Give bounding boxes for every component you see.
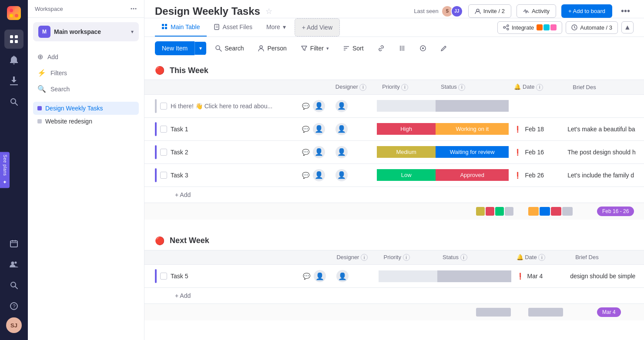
date-info-icon[interactable]: i <box>538 254 545 261</box>
task2-status-cell[interactable]: Waiting for review <box>436 140 509 163</box>
svg-point-31 <box>503 27 505 28</box>
next-week-add-row[interactable]: + Add <box>144 288 644 303</box>
task3-priority-cell[interactable]: Low <box>377 163 436 187</box>
task3-status-cell[interactable]: Approved <box>436 163 509 187</box>
tab-more[interactable]: More ▾ <box>259 18 293 37</box>
task2-priority-cell[interactable]: Medium <box>377 140 436 163</box>
task5-row[interactable]: Task 5 💬 👤 👤 <box>144 265 644 288</box>
task5-designer-cell: 👤 <box>331 265 378 288</box>
svg-point-32 <box>507 25 509 27</box>
help-icon-btn[interactable]: ? <box>4 297 23 316</box>
this-week-group: 🔴 This Week Designer i Priority <box>144 60 644 220</box>
new-item-main-button[interactable]: New Item <box>155 41 195 55</box>
calendar-icon-btn[interactable] <box>4 234 23 253</box>
task-name[interactable]: Task 3 <box>171 172 299 179</box>
board-item-website[interactable]: Website redesign <box>33 115 139 128</box>
nav-panel: Workspace M Main workspace ▾ ⊕ Add ⚡ Fil… <box>28 0 144 340</box>
search-icon-sidebar-btn[interactable] <box>4 92 23 111</box>
comment-icon[interactable]: 💬 <box>302 103 309 110</box>
comment-icon[interactable]: 💬 <box>302 172 309 179</box>
priority-info-icon[interactable]: i <box>403 254 410 261</box>
search-icon-btn2[interactable] <box>4 276 23 295</box>
task2-row[interactable]: Task 2 💬 👤 👤 Medium Waiting fo <box>144 140 644 163</box>
row-checkbox[interactable] <box>160 126 167 133</box>
row-checkbox[interactable] <box>160 149 167 156</box>
col-date: 🔔 Date i <box>511 250 570 265</box>
person-cell-icon[interactable]: 👤 <box>313 100 325 112</box>
designer-info-icon[interactable]: i <box>359 84 366 91</box>
task-name[interactable]: Task 5 <box>171 273 299 280</box>
task1-status-cell[interactable]: Working on it <box>436 117 509 140</box>
priority-info-icon[interactable]: i <box>401 84 408 91</box>
board-item-design-weekly[interactable]: Design Weekly Tasks <box>33 102 139 115</box>
designer-icon[interactable]: 👤 <box>335 169 348 181</box>
date-info-icon[interactable]: i <box>536 84 543 91</box>
svg-point-2 <box>10 14 13 17</box>
person-cell-icon[interactable]: 👤 <box>313 169 325 181</box>
designer-icon[interactable]: 👤 <box>335 100 348 112</box>
task1-priority-cell[interactable]: High <box>377 117 436 140</box>
integrate-button[interactable]: Integrate <box>497 21 562 34</box>
automate-button[interactable]: Automate / 3 <box>566 21 618 34</box>
board-title: Design Weekly Tasks <box>155 5 260 17</box>
search-action-item[interactable]: 🔍 Search <box>33 81 139 97</box>
designer-icon[interactable]: 👤 <box>336 270 349 282</box>
activity-button[interactable]: Activity <box>517 4 556 18</box>
task3-row[interactable]: Task 3 💬 👤 👤 Low Approved <box>144 163 644 187</box>
bell-icon-btn[interactable] <box>4 50 23 70</box>
filters-action-item[interactable]: ⚡ Filters <box>33 65 139 80</box>
app-logo[interactable] <box>6 5 22 21</box>
person-cell-icon[interactable]: 👤 <box>313 146 325 158</box>
designer-info-icon[interactable]: i <box>361 254 368 261</box>
task-name[interactable]: Task 1 <box>171 126 299 133</box>
edit-tool-icon <box>440 45 447 52</box>
columns-button[interactable] <box>393 42 411 55</box>
person-cell-icon[interactable]: 👤 <box>313 123 325 135</box>
person-button[interactable]: Person <box>252 42 292 55</box>
download-icon-btn[interactable] <box>4 71 23 90</box>
star-icon[interactable]: ☆ <box>265 7 272 16</box>
comment-icon[interactable]: 💬 <box>302 126 309 133</box>
user-avatar-sidebar[interactable]: SJ <box>6 317 22 333</box>
col-designer: Designer i <box>331 250 378 265</box>
filter-button[interactable]: Filter ▾ <box>295 42 334 55</box>
person-cell-icon[interactable]: 👤 <box>314 270 326 282</box>
view-options-button[interactable] <box>414 42 432 55</box>
collapse-button[interactable]: ▲ <box>621 21 634 33</box>
next-week-summary: Mar 4 <box>144 303 644 320</box>
svg-point-14 <box>11 262 14 265</box>
see-plans-tab[interactable]: See plans ✦ <box>0 152 10 188</box>
more-icon[interactable] <box>130 5 137 12</box>
people-icon-btn[interactable] <box>4 255 23 274</box>
task1-row[interactable]: Task 1 💬 👤 👤 High Working on i <box>144 117 644 140</box>
tab-main-table[interactable]: Main Table <box>155 18 207 37</box>
row-checkbox[interactable] <box>160 273 167 280</box>
welcome-row[interactable]: Hi there! 👋 Click here to read abou... 💬… <box>144 94 644 117</box>
status-info-icon[interactable]: i <box>460 254 467 261</box>
designer-icon[interactable]: 👤 <box>335 146 348 158</box>
edit-button[interactable] <box>435 42 453 55</box>
home-icon-btn[interactable] <box>4 30 23 49</box>
add-board-button[interactable]: + Add to board <box>561 4 612 18</box>
task-name[interactable]: Task 2 <box>171 149 299 156</box>
link-icon-button[interactable] <box>372 42 390 55</box>
add-action-item[interactable]: ⊕ Add <box>33 49 139 64</box>
status-info-icon[interactable]: i <box>458 84 465 91</box>
row-checkbox[interactable] <box>160 103 167 110</box>
date-value: Mar 4 <box>527 273 543 280</box>
invite-button[interactable]: Invite / 2 <box>468 4 511 18</box>
new-item-dropdown-button[interactable]: ▾ <box>195 42 206 55</box>
comment-icon[interactable]: 💬 <box>302 149 309 156</box>
search-button[interactable]: Search <box>210 42 249 55</box>
add-view-button[interactable]: + Add View <box>295 18 340 37</box>
task-name[interactable]: Hi there! 👋 Click here to read abou... <box>171 103 299 110</box>
priority-summary <box>474 207 527 216</box>
designer-icon[interactable]: 👤 <box>335 123 348 135</box>
tab-asset-files[interactable]: Asset Files <box>207 18 259 37</box>
workspace-selector[interactable]: M Main workspace ▾ <box>33 22 139 41</box>
sort-button[interactable]: Sort <box>338 42 369 55</box>
comment-icon[interactable]: 💬 <box>303 273 310 280</box>
row-checkbox[interactable] <box>160 172 167 179</box>
this-week-add-row[interactable]: + Add <box>144 187 644 203</box>
more-dots-button[interactable]: ••• <box>617 4 634 18</box>
